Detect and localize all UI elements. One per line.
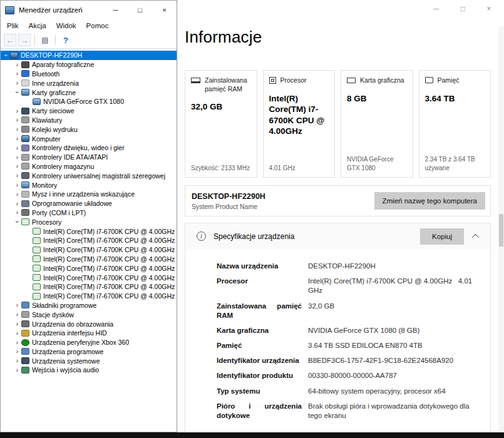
close-button[interactable]: × <box>152 1 177 19</box>
tree-item[interactable]: ›Stacje dysków <box>1 310 177 319</box>
chevron-collapsed-icon[interactable]: › <box>14 135 21 142</box>
tree-item[interactable]: ›Urządzenia programowe <box>1 347 177 357</box>
maximize-button[interactable]: □ <box>458 3 468 14</box>
chevron-collapsed-icon[interactable]: › <box>14 200 21 207</box>
tree-item[interactable]: NVIDIA GeForce GTX 1080 <box>1 97 177 106</box>
tree-item[interactable]: ›Komputer <box>1 134 177 143</box>
chevron-collapsed-icon[interactable]: › <box>14 209 21 216</box>
tree-item[interactable]: ›Karty sieciowe <box>1 106 177 116</box>
copy-button[interactable]: Kopiuj <box>420 228 464 245</box>
chevron-collapsed-icon[interactable]: › <box>14 116 21 123</box>
tree-item[interactable]: ›Urządzenia peryferyjne Xbox 360 <box>1 338 177 347</box>
tree-item[interactable]: Intel(R) Core(TM) i7-6700K CPU @ 4.00GHz <box>1 255 177 264</box>
chevron-collapsed-icon[interactable]: › <box>14 154 21 161</box>
list-view-icon[interactable]: ▤ <box>39 34 51 46</box>
chevron-expanded-icon[interactable]: › <box>14 218 21 225</box>
tree-item[interactable]: ›Urządzenia systemowe <box>1 356 177 365</box>
tree-item[interactable]: Intel(R) Core(TM) i7-6700K CPU @ 4.00GHz <box>1 282 177 292</box>
help-icon[interactable]: ? <box>59 34 72 46</box>
minimize-button[interactable]: ─ <box>431 3 441 14</box>
cpu-icon <box>269 77 276 84</box>
chevron-collapsed-icon[interactable]: › <box>14 70 21 77</box>
chevron-collapsed-icon[interactable]: › <box>14 126 21 133</box>
back-arrow-icon[interactable]: ← <box>4 34 16 46</box>
tree-item[interactable]: ›DESKTOP-HF2290H <box>1 51 177 60</box>
scrollbar[interactable] <box>498 26 504 432</box>
tree-item[interactable]: Intel(R) Core(TM) i7-6700K CPU @ 4.00GHz <box>1 263 177 273</box>
tree-item[interactable]: ›Aparaty fotograficzne <box>1 60 177 69</box>
close-button[interactable]: × <box>484 3 494 14</box>
spec-row: Pióro i urządzenia dotykoweBrak obsługi … <box>217 402 481 420</box>
chevron-collapsed-icon[interactable]: › <box>14 311 21 318</box>
maximize-button[interactable]: □ <box>128 1 152 19</box>
chevron-collapsed-icon[interactable]: › <box>14 320 21 327</box>
rename-computer-button[interactable]: Zmień nazwę tego komputera <box>374 192 486 210</box>
tree-item-label: Karty graficzne <box>32 89 76 96</box>
tree-item[interactable]: Intel(R) Core(TM) i7-6700K CPU @ 4.00GHz <box>1 292 177 301</box>
tree-item[interactable]: ›Wejścia i wyjścia audio <box>1 365 177 375</box>
chevron-collapsed-icon[interactable]: › <box>14 172 21 179</box>
spec-value: B8EDF3C6-1757-42F1-9C18-62E24568A920 <box>308 356 481 365</box>
ram-icon <box>191 78 200 83</box>
tree-item[interactable]: ›Bluetooth <box>1 69 177 79</box>
tree-item[interactable]: ›Karty graficzne <box>1 88 177 97</box>
audio-device-icon <box>21 367 29 374</box>
menu-item-widok[interactable]: Widok <box>51 21 81 31</box>
chevron-collapsed-icon[interactable]: › <box>14 330 21 337</box>
tree-item-label: Intel(R) Core(TM) i7-6700K CPU @ 4.00GHz <box>43 246 175 253</box>
settings-content: Informacje Zainstalowana pamięć RAM32,0 … <box>178 28 504 432</box>
info-card-gpu: Karta graficzna8 GBNVIDIA GeForce GTX 10… <box>341 70 413 178</box>
tree-item[interactable]: Intel(R) Core(TM) i7-6700K CPU @ 4.00GHz <box>1 227 177 236</box>
chevron-expanded-icon[interactable]: › <box>14 89 21 96</box>
menu-item-akcja[interactable]: Akcja <box>24 21 51 31</box>
tree-item[interactable]: ›Oprogramowanie układowe <box>1 199 177 208</box>
display-adapter-icon <box>21 89 29 96</box>
menu-item-plik[interactable]: Plik <box>2 21 24 31</box>
display-adapter-icon <box>33 98 41 105</box>
tree-item[interactable]: ›Monitory <box>1 180 177 190</box>
chevron-collapsed-icon[interactable]: › <box>14 145 21 151</box>
chevron-collapsed-icon[interactable]: › <box>14 181 21 188</box>
hid-device-icon <box>21 330 29 337</box>
chevron-collapsed-icon[interactable]: › <box>14 79 21 86</box>
tree-item[interactable]: ›Mysz i inne urządzenia wskazujące <box>1 190 177 199</box>
tree-item-label: Składniki programowe <box>32 302 96 309</box>
tree-item[interactable]: ›Kontrolery IDE ATA/ATAPI <box>1 153 177 162</box>
tree-item-label: Karty sieciowe <box>32 107 75 115</box>
tree-item[interactable]: ›Urządzenia interfejsu HID <box>1 328 177 338</box>
tree-item[interactable]: ›Kontrolery magazynu <box>1 162 177 171</box>
taskbar[interactable] <box>0 432 504 438</box>
chevron-collapsed-icon[interactable]: › <box>14 367 21 374</box>
chevron-collapsed-icon[interactable]: › <box>14 348 21 355</box>
chevron-collapsed-icon[interactable]: › <box>14 191 21 198</box>
minimize-button[interactable]: ─ <box>103 1 128 19</box>
menu-item-pomoc[interactable]: Pomoc <box>81 21 114 31</box>
chevron-collapsed-icon[interactable]: › <box>14 108 21 115</box>
card-header: Procesor <box>269 76 329 85</box>
tree-item[interactable]: ›Kontrolery dźwięku, wideo i gier <box>1 143 177 153</box>
tree-item[interactable]: ›Urządzenia do obrazowania <box>1 319 177 328</box>
tree-item[interactable]: ›Porty (COM i LPT) <box>1 208 177 218</box>
tree-item[interactable]: Intel(R) Core(TM) i7-6700K CPU @ 4.00GHz <box>1 236 177 245</box>
tree-item[interactable]: Intel(R) Core(TM) i7-6700K CPU @ 4.00GHz <box>1 273 177 282</box>
tree-item[interactable]: ›Składniki programowe <box>1 301 177 310</box>
chevron-collapsed-icon[interactable]: › <box>14 163 21 170</box>
tree-item[interactable]: ›Kontrolery uniwersalnej magistrali szer… <box>1 171 177 180</box>
scrollbar-thumb[interactable] <box>499 214 503 247</box>
tree-item[interactable]: ›Klawiatury <box>1 116 177 125</box>
tree-item[interactable]: ›Kolejki wydruku <box>1 125 177 134</box>
tree-item-label: NVIDIA GeForce GTX 1080 <box>43 98 124 105</box>
tree-item[interactable]: ›Inne urządzenia <box>1 78 177 88</box>
tree-item[interactable]: ›Procesory <box>1 217 177 227</box>
chevron-up-icon[interactable] <box>472 233 479 240</box>
tree-item[interactable]: Intel(R) Core(TM) i7-6700K CPU @ 4.00GHz <box>1 245 177 255</box>
chevron-expanded-icon[interactable]: › <box>3 52 9 59</box>
chevron-collapsed-icon[interactable]: › <box>14 357 21 364</box>
storage-icon <box>425 77 433 83</box>
chevron-collapsed-icon[interactable]: › <box>14 339 21 346</box>
forward-arrow-icon[interactable]: → <box>18 34 31 46</box>
port-icon <box>21 209 29 216</box>
chevron-collapsed-icon[interactable]: › <box>14 302 21 308</box>
chevron-collapsed-icon[interactable]: › <box>14 61 21 68</box>
tree-item-label: Urządzenia systemowe <box>32 357 100 365</box>
